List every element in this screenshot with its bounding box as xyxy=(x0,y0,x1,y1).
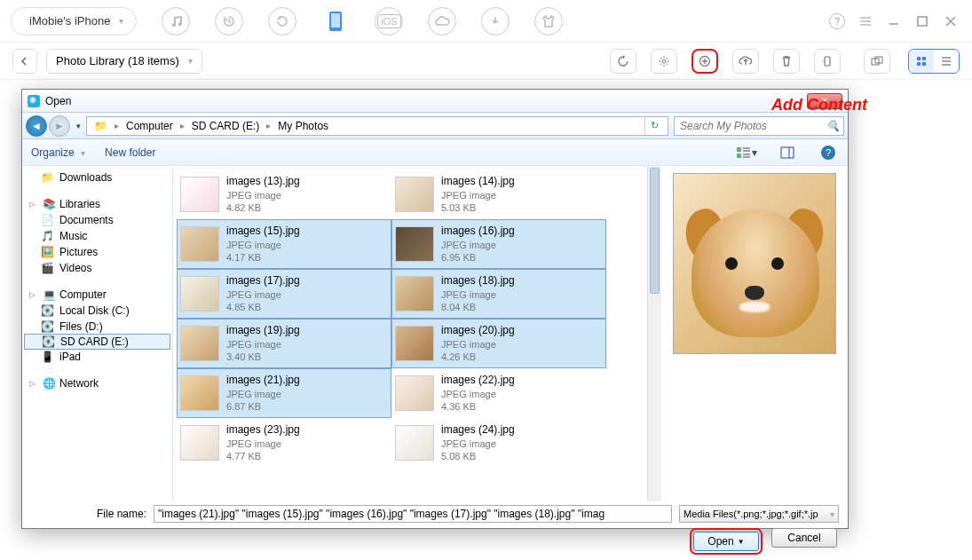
svg-rect-10 xyxy=(917,62,921,66)
address-refresh-button[interactable]: ↻ xyxy=(644,116,664,136)
preview-pane-button[interactable] xyxy=(777,144,798,162)
file-thumbnail xyxy=(395,425,434,461)
preview-image xyxy=(673,173,836,354)
ios-icon[interactable]: iOS xyxy=(375,7,403,35)
dialog-titlebar: Open ✕ xyxy=(22,90,848,113)
file-item[interactable]: images (24).jpg JPEG image 5.08 KB xyxy=(391,418,606,468)
list-view-icon[interactable] xyxy=(934,50,959,73)
tree-group-computer[interactable]: ▷💻Computer xyxy=(22,287,172,303)
close-icon[interactable] xyxy=(940,11,961,32)
library-label: Photo Library (18 items) xyxy=(56,54,179,67)
file-thumbnail xyxy=(395,226,434,262)
delete-button[interactable] xyxy=(773,49,800,74)
menu-icon[interactable] xyxy=(855,11,876,32)
tree-group-network[interactable]: ▷🌐Network xyxy=(22,375,172,391)
file-type: JPEG image xyxy=(226,189,300,201)
minimize-icon[interactable] xyxy=(883,11,905,32)
search-box[interactable]: 🔍 xyxy=(674,116,844,136)
file-size: 4.26 KB xyxy=(441,351,515,363)
file-item[interactable]: images (21).jpg JPEG image 6.87 KB xyxy=(177,368,391,418)
search-input[interactable] xyxy=(678,119,826,133)
add-content-button[interactable] xyxy=(691,49,718,74)
file-item[interactable]: images (16).jpg JPEG image 6.95 KB xyxy=(391,219,606,269)
breadcrumb-segment[interactable]: Computer xyxy=(122,117,177,135)
tree-item-local-disk[interactable]: 💽Local Disk (C:) xyxy=(22,303,172,319)
breadcrumb-segment[interactable]: My Photos xyxy=(274,117,332,135)
tree-item-sd-card[interactable]: 💽SD CARD (E:) xyxy=(24,334,170,350)
file-item[interactable]: images (14).jpg JPEG image 5.03 KB xyxy=(391,170,606,219)
search-icon: 🔍 xyxy=(826,120,840,132)
file-thumbnail xyxy=(395,177,434,212)
cancel-button[interactable]: Cancel xyxy=(771,528,837,548)
file-name: images (22).jpg xyxy=(441,374,515,388)
scrollbar[interactable] xyxy=(647,166,661,501)
device-selector[interactable]: iMobie's iPhone ▾ xyxy=(11,7,137,35)
tree-item-files-d[interactable]: 💽Files (D:) xyxy=(22,319,172,335)
phone-icon[interactable] xyxy=(321,7,350,35)
file-thumbnail xyxy=(180,326,219,361)
back-button[interactable] xyxy=(12,49,37,74)
file-size: 5.03 KB xyxy=(441,201,515,214)
nav-history-dropdown[interactable]: ▾ xyxy=(72,122,84,130)
file-item[interactable]: images (22).jpg JPEG image 4.36 KB xyxy=(391,368,606,418)
svg-rect-9 xyxy=(922,57,926,60)
view-toggle[interactable] xyxy=(908,49,960,74)
music-icon[interactable] xyxy=(162,7,190,35)
library-selector[interactable]: Photo Library (18 items) ▾ xyxy=(46,49,202,74)
refresh-button[interactable] xyxy=(610,49,636,74)
restore-icon[interactable] xyxy=(268,7,296,35)
file-size: 4.82 KB xyxy=(226,201,300,214)
device-label: iMobie's iPhone xyxy=(29,14,110,28)
new-folder-button[interactable]: New folder xyxy=(105,146,155,159)
tree-group-libraries[interactable]: ▷📚Libraries xyxy=(22,196,172,212)
nav-back-button[interactable]: ◄ xyxy=(26,115,47,137)
organize-menu[interactable]: Organize ▾ xyxy=(31,146,85,159)
open-file-dialog: Open ✕ ◄ ► ▾ 📁 ▸ Computer ▸ SD CARD (E:)… xyxy=(21,89,849,529)
sub-toolbar: Photo Library (18 items) ▾ xyxy=(0,43,972,80)
tree-item-downloads[interactable]: 📁Downloads xyxy=(22,170,172,185)
help-icon[interactable]: ? xyxy=(826,11,848,32)
file-item[interactable]: images (19).jpg JPEG image 3.40 KB xyxy=(177,319,391,368)
tree-item-videos[interactable]: 🎬Videos xyxy=(22,260,172,276)
settings-button[interactable] xyxy=(651,49,677,74)
help-button[interactable]: ? xyxy=(818,144,839,162)
tree-item-music[interactable]: 🎵Music xyxy=(22,228,172,244)
view-options-button[interactable]: ▾ xyxy=(736,144,757,162)
window-mode-button[interactable] xyxy=(864,49,890,74)
nav-forward-button[interactable]: ► xyxy=(49,115,70,137)
to-device-button[interactable] xyxy=(814,49,841,74)
tshirt-icon[interactable] xyxy=(534,7,563,35)
file-name: images (18).jpg xyxy=(441,274,515,288)
file-item[interactable]: images (17).jpg JPEG image 4.85 KB xyxy=(177,269,391,319)
file-item[interactable]: images (15).jpg JPEG image 4.17 KB xyxy=(177,219,391,269)
file-name: images (14).jpg xyxy=(441,175,515,189)
tree-item-documents[interactable]: 📄Documents xyxy=(22,212,172,228)
file-type: JPEG image xyxy=(226,388,300,400)
svg-rect-12 xyxy=(737,147,741,152)
tree-item-ipad[interactable]: 📱iPad xyxy=(22,349,172,365)
file-item[interactable]: images (23).jpg JPEG image 4.77 KB xyxy=(177,418,391,468)
file-type: JPEG image xyxy=(226,438,300,450)
breadcrumb[interactable]: 📁 ▸ Computer ▸ SD CARD (E:) ▸ My Photos … xyxy=(86,116,668,136)
export-cloud-button[interactable] xyxy=(732,49,759,74)
grid-view-icon[interactable] xyxy=(909,50,934,73)
maximize-icon[interactable] xyxy=(912,11,933,32)
app-icon xyxy=(28,95,40,107)
file-item[interactable]: images (18).jpg JPEG image 8.04 KB xyxy=(391,269,606,319)
file-name: images (20).jpg xyxy=(441,324,515,338)
tree-item-pictures[interactable]: 🖼️Pictures xyxy=(22,244,172,260)
history-icon[interactable] xyxy=(215,7,243,35)
file-name: images (23).jpg xyxy=(226,423,300,438)
cloud-icon[interactable] xyxy=(428,7,456,35)
open-button[interactable]: Open ▼ xyxy=(690,528,763,555)
filename-input[interactable] xyxy=(154,505,672,523)
file-name: images (16).jpg xyxy=(441,225,515,239)
file-type: JPEG image xyxy=(441,288,515,301)
download-icon[interactable] xyxy=(481,7,510,35)
file-item[interactable]: images (20).jpg JPEG image 4.26 KB xyxy=(391,319,606,368)
breadcrumb-segment[interactable]: SD CARD (E:) xyxy=(188,117,264,135)
file-name: images (24).jpg xyxy=(441,423,515,438)
file-item[interactable]: images (13).jpg JPEG image 4.82 KB xyxy=(177,170,391,219)
filetype-select[interactable]: Media Files(*.png;*.jpg;*.gif;*.jp▾ xyxy=(679,505,839,523)
file-type: JPEG image xyxy=(226,288,300,301)
